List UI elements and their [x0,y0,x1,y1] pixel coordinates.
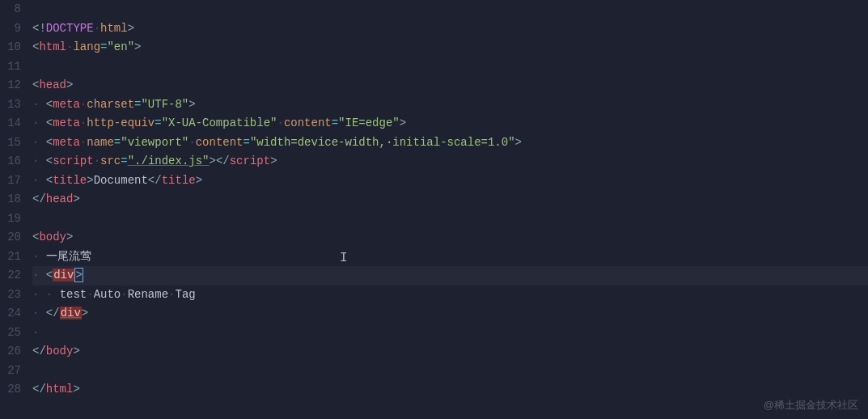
code-token: · [80,116,87,129]
code-line[interactable]: · <title>Document</title> [32,171,868,191]
code-line[interactable]: · 一尾流莺I [32,248,868,267]
code-token: · [94,154,100,167]
code-token: head [39,78,66,91]
code-token: title [162,174,196,187]
code-token: · [277,116,283,129]
code-line[interactable]: · [32,324,868,343]
line-number: 18 [0,190,21,210]
line-number: 13 [0,95,21,115]
code-line[interactable]: <!DOCTYPE·html> [32,19,868,39]
code-token: </ [32,345,46,358]
code-token: = [114,136,121,149]
code-token: > [270,154,277,167]
code-token: < [46,98,53,111]
code-token: </ [148,174,162,187]
code-token: meta [53,98,80,111]
line-number: 27 [0,362,21,381]
code-line[interactable]: · <div> [32,266,868,286]
vertical-scrollbar[interactable] [858,0,868,419]
line-number: 25 [0,324,21,343]
code-line[interactable]: <html·lang="en"> [32,38,868,57]
line-number-gutter: 8910111213141516171819202122232425262728 [0,0,32,419]
code-token: html [39,40,66,53]
code-line[interactable]: <head> [32,76,868,95]
code-line[interactable]: · · test·Auto·Rename·Tag [32,286,868,305]
code-line[interactable] [32,57,868,77]
code-token: · [188,136,195,149]
code-token: DOCTYPE [46,22,94,35]
code-line[interactable]: <body> [32,228,868,248]
code-token: > [73,383,79,396]
code-token: ></ [210,154,230,167]
code-token: <! [32,22,46,35]
line-number: 12 [0,76,21,95]
line-number: 24 [0,304,21,324]
code-token: = [121,154,127,167]
code-token: "X-UA-Compatible" [162,116,277,129]
line-number: 15 [0,133,21,153]
code-token: = [332,116,338,129]
code-token: lang [73,40,100,53]
code-token: < [46,174,53,187]
code-token: > [66,231,73,243]
code-token: < [46,136,53,149]
line-number: 23 [0,286,21,305]
code-token: "IE=edge" [338,116,400,129]
code-token: div [53,269,74,281]
code-line[interactable]: · <meta·charset="UTF-8"> [32,95,868,115]
code-line[interactable]: </body> [32,342,868,362]
code-token: body [46,345,74,358]
code-token: http-equiv [87,116,155,129]
code-token: > [73,345,79,358]
code-token: > [74,268,83,282]
code-token: Rename [128,288,168,301]
code-token: "en" [107,40,134,53]
code-token: > [82,307,88,320]
code-token: 一尾流莺 [46,250,91,263]
code-token: > [87,174,93,187]
code-token: head [46,193,74,205]
code-token: html [46,383,74,396]
line-number: 26 [0,342,21,362]
code-token: script [53,154,93,167]
code-line[interactable] [32,210,868,229]
code-line[interactable]: </head> [32,190,868,210]
code-token: html [100,22,128,35]
code-line[interactable]: </html> [32,380,868,400]
code-token: "./index.js" [128,154,210,167]
code-token: > [128,22,134,35]
code-token: > [188,98,195,111]
code-token: · [80,98,87,111]
code-line[interactable] [32,0,868,19]
code-token: · [87,288,93,301]
code-token: meta [53,116,80,129]
watermark-text: @稀土掘金技术社区 [764,398,858,413]
code-token: Document [94,174,148,187]
code-token: < [46,154,53,167]
code-line[interactable]: · <meta·name="viewport"·content="width=d… [32,133,868,153]
code-token: charset [87,98,134,111]
line-number: 9 [0,19,21,39]
code-token: Auto [94,288,121,301]
code-token: body [39,231,66,243]
code-token: > [73,193,79,205]
code-token: Tag [175,288,195,301]
code-token: content [196,136,243,149]
code-token: "viewport" [121,136,188,149]
line-number: 14 [0,114,21,133]
code-editor[interactable]: 8910111213141516171819202122232425262728… [0,0,868,419]
code-line[interactable] [32,362,868,381]
line-number: 28 [0,380,21,400]
line-number: 20 [0,228,21,248]
code-token: < [46,116,53,129]
line-number: 19 [0,210,21,229]
code-token: · [94,22,100,35]
code-line[interactable]: · </div> [32,304,868,324]
code-token: name [87,136,114,149]
code-line[interactable]: · <meta·http-equiv="X-UA-Compatible"·con… [32,114,868,133]
code-token: div [60,307,82,320]
code-line[interactable]: · <script·src="./index.js"></script> [32,152,868,171]
code-token: test [60,288,87,301]
code-token: src [100,154,121,167]
code-area[interactable]: <!DOCTYPE·html><html·lang="en"><head>· <… [32,0,868,419]
